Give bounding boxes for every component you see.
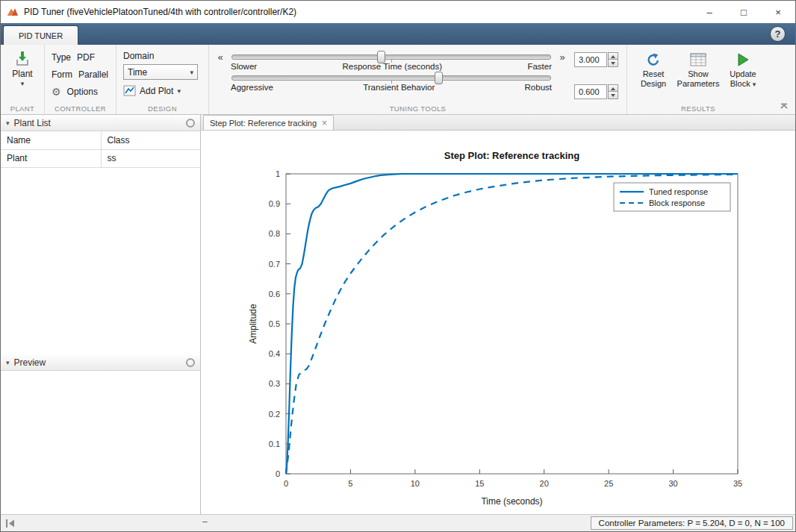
svg-text:Time (seconds): Time (seconds) [481,496,542,507]
preview-header[interactable]: ▾ Preview [1,354,200,371]
slider-range-right-button[interactable]: » [556,48,568,63]
type-value: PDF [77,52,95,63]
svg-text:0.7: 0.7 [269,260,280,269]
section-results: Reset Design Show Parameters Update Bloc… [626,45,769,114]
plant-name-cell[interactable]: Plant [1,149,101,167]
title-bar: PID Tuner (fiveVehiclePlatoonTuned/4th w… [1,1,795,23]
add-plot-icon [123,85,136,96]
play-icon [736,52,750,67]
spinner-up-icon[interactable] [608,52,618,60]
panel-options-icon[interactable] [186,119,195,128]
controller-form-dropdown[interactable]: Form Parallel [50,66,111,83]
plant-list-header-row: Name Class [1,131,200,149]
tab-step-plot-label: Step Plot: Reference tracking [210,119,317,128]
plant-button-label: Plant [12,69,32,79]
transient-behavior-slider-labels: Aggressive Transient Behavior Robust [229,83,553,92]
robust-label: Robust [525,83,552,92]
matlab-app-icon [7,6,19,18]
collapse-ribbon-icon[interactable] [779,103,789,110]
reset-design-label: Reset Design [632,69,674,89]
close-button[interactable]: × [761,1,795,23]
section-label-plant: PLANT [1,104,44,113]
svg-text:15: 15 [475,479,484,488]
svg-text:Tuned response: Tuned response [649,187,708,196]
table-row[interactable]: Plant ss [1,149,200,167]
slider-range-left-button[interactable]: « [214,48,226,63]
section-plant: Plant ▾ PLANT [1,45,44,114]
plant-list-table: Name Class Plant ss [1,131,200,168]
parameters-table-icon [690,52,706,67]
preview-title: Preview [14,357,186,368]
controller-type-dropdown[interactable]: Type PDF [50,48,111,66]
transient-behavior-spinner: 0.600 [574,84,618,99]
panel-options-icon[interactable] [186,358,195,367]
svg-text:25: 25 [604,479,613,488]
controller-parameters-readout: Controller Parameters: P = 5.204, D = 0,… [591,516,793,530]
form-value: Parallel [78,69,108,80]
svg-text:35: 35 [733,479,742,488]
svg-text:0.6: 0.6 [269,290,280,298]
plant-list-header[interactable]: ▾ Plant List [1,115,200,131]
chevron-down-icon: ▾ [177,88,181,94]
collapse-triangle-icon[interactable]: ▾ [6,119,10,127]
svg-text:Block response: Block response [649,198,705,207]
transient-behavior-value-field[interactable]: 0.600 [574,84,607,99]
svg-text:Step Plot: Reference tracking: Step Plot: Reference tracking [444,150,579,161]
svg-text:10: 10 [411,479,420,488]
chevron-down-icon: ▾ [190,69,193,75]
transient-behavior-slider[interactable]: Aggressive Transient Behavior Robust [229,75,553,92]
tuning-spinners: 3.000 0.600 [574,52,618,99]
column-header-name: Name [1,131,101,149]
close-icon[interactable]: × [322,118,327,128]
svg-text:0.3: 0.3 [269,379,280,388]
plant-import-icon [13,51,31,67]
faster-label: Faster [527,62,552,71]
maximize-button[interactable]: □ [727,1,761,23]
collapse-triangle-icon[interactable]: ▾ [6,359,10,366]
svg-text:0.5: 0.5 [269,319,280,328]
options-label: Options [67,87,98,97]
section-label-controller: CONTROLLER [45,104,116,113]
minimize-button[interactable]: – [692,1,727,23]
response-time-value-field[interactable]: 3.000 [574,52,607,67]
spinner-down-icon[interactable] [608,92,618,99]
response-time-spinner: 3.000 [574,52,618,67]
response-time-slider[interactable]: Slower Response Time (seconds) Faster [229,54,553,71]
chevron-down-icon: ▾ [21,81,25,87]
transient-behavior-slider-track[interactable] [231,75,551,81]
plant-list-title: Plant List [14,118,186,128]
svg-text:30: 30 [668,479,677,488]
response-time-slider-handle[interactable] [377,51,385,63]
column-header-class: Class [101,131,200,149]
add-plot-label: Add Plot [140,86,173,96]
spinner-up-icon[interactable] [608,84,618,92]
response-time-label: Response Time (seconds) [257,62,527,71]
chart-area: Step Plot: Reference tracking05101520253… [201,131,795,514]
options-button[interactable]: ⚙ Options [50,83,111,100]
window-controls: – □ × [692,1,795,23]
main-area: ▾ Plant List Name Class Plant ss ▾ Previ… [1,115,795,514]
tab-pid-tuner[interactable]: PID TUNER [3,25,78,45]
type-label: Type [52,52,71,63]
domain-select[interactable]: Time ▾ [123,64,198,80]
domain-value: Time [128,67,147,78]
spinner-down-icon[interactable] [608,60,618,67]
gear-icon: ⚙ [52,87,61,97]
section-label-results: RESULTS [627,104,769,113]
svg-text:0: 0 [284,479,288,488]
tab-step-plot[interactable]: Step Plot: Reference tracking × [203,115,334,130]
reset-design-button[interactable]: Reset Design [632,51,674,89]
collapse-panel-icon[interactable] [5,519,16,528]
response-time-slider-track[interactable] [231,54,551,60]
update-block-button[interactable]: Update Block ▾ [722,51,764,89]
form-label: Form [52,69,72,80]
help-button[interactable]: ? [770,26,786,42]
transient-behavior-slider-handle[interactable] [435,72,443,84]
show-parameters-button[interactable]: Show Parameters [677,51,719,89]
plant-button[interactable]: Plant ▾ [6,48,39,87]
plant-class-cell[interactable]: ss [101,149,200,167]
add-plot-button[interactable]: Add Plot ▾ [122,83,203,98]
svg-text:5: 5 [348,479,352,488]
svg-text:0.9: 0.9 [269,199,280,208]
splitter-grip[interactable]: – [202,516,208,527]
